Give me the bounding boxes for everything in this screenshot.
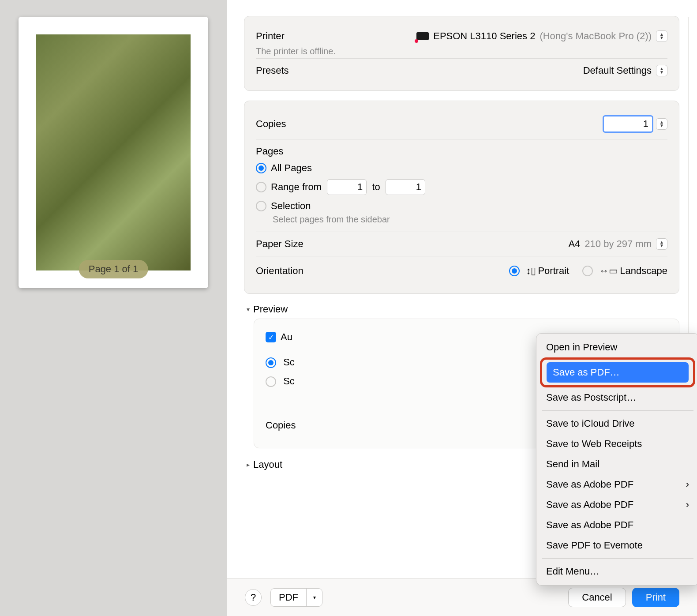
paper-size-dims: 210 by 297 mm <box>585 238 652 250</box>
page-indicator: Page 1 of 1 <box>79 260 148 278</box>
all-pages-label: All Pages <box>271 162 312 174</box>
preview-section-header[interactable]: ▾ Preview <box>247 304 679 315</box>
menu-save-to-icloud[interactable]: Save to iCloud Drive <box>540 413 695 434</box>
preview-photo <box>36 34 191 270</box>
range-from-input[interactable] <box>327 179 367 195</box>
orientation-portrait[interactable]: ↕▯ Portrait <box>509 263 569 279</box>
scale-radio-b[interactable] <box>266 376 276 387</box>
printer-icon <box>416 32 429 40</box>
menu-save-as-adobe-pdf-2[interactable]: Save as Adobe PDF <box>540 495 695 515</box>
printer-host: (Hong's MacBook Pro (2)) <box>540 30 652 42</box>
presets-stepper-icon[interactable]: ▲▼ <box>656 65 667 76</box>
page-options-card: Copies ▲▼ Pages All Pages Range from <box>244 101 679 294</box>
all-pages-radio[interactable] <box>256 163 266 173</box>
preview-sidebar: Page 1 of 1 <box>0 0 227 616</box>
presets-value: Default Settings <box>583 65 652 76</box>
copies-input[interactable] <box>603 115 653 133</box>
selection-radio[interactable] <box>256 201 266 211</box>
printer-presets-card: Printer EPSON L3110 Series 2 (Hong's Mac… <box>244 16 679 91</box>
menu-save-pdf-evernote[interactable]: Save PDF to Evernote <box>540 535 695 556</box>
printer-label: Printer <box>256 30 285 42</box>
landscape-icon: ↔▭ <box>599 265 618 277</box>
range-radio[interactable] <box>256 182 266 192</box>
paper-size-label: Paper Size <box>256 238 304 250</box>
range-to-label: to <box>372 181 380 193</box>
menu-save-as-adobe-pdf-1[interactable]: Save as Adobe PDF <box>540 474 695 495</box>
cancel-button[interactable]: Cancel <box>568 588 626 607</box>
menu-save-to-web-receipts[interactable]: Save to Web Receipts <box>540 434 695 454</box>
chevron-right-icon: ▸ <box>247 461 250 468</box>
paper-size-value: A4 <box>568 238 580 250</box>
menu-send-in-mail[interactable]: Send in Mail <box>540 454 695 474</box>
copies-per-label: Copies <box>266 420 296 431</box>
auto-rotate-checkbox[interactable]: ✓ <box>266 332 276 342</box>
presets-select[interactable]: Default Settings ▲▼ <box>583 65 667 76</box>
paper-size-select[interactable]: A4 210 by 297 mm ▲▼ <box>568 238 667 250</box>
chevron-down-icon: ▾ <box>247 306 250 313</box>
printer-name: EPSON L3110 Series 2 <box>433 30 535 42</box>
pdf-menu-button[interactable]: PDF ▾ <box>270 588 322 607</box>
menu-open-in-preview[interactable]: Open in Preview <box>540 337 695 357</box>
menu-save-as-postscript[interactable]: Save as Postscript… <box>540 387 695 408</box>
auto-rotate-label-partial: Au <box>281 331 292 343</box>
menu-save-as-adobe-pdf-3[interactable]: Save as Adobe PDF <box>540 515 695 535</box>
menu-edit-menu[interactable]: Edit Menu… <box>540 561 695 582</box>
presets-label: Presets <box>256 65 289 76</box>
orientation-label: Orientation <box>256 265 304 277</box>
orientation-landscape[interactable]: ↔▭ Landscape <box>582 263 667 279</box>
printer-status: The printer is offline. <box>256 46 667 56</box>
chevron-down-icon[interactable]: ▾ <box>306 589 322 606</box>
help-button[interactable]: ? <box>245 589 262 606</box>
menu-save-as-pdf[interactable]: Save as PDF… <box>540 357 695 387</box>
copies-label: Copies <box>256 118 286 130</box>
printer-stepper-icon[interactable]: ▲▼ <box>656 30 667 42</box>
range-to-input[interactable] <box>386 179 425 195</box>
scale-label-b-partial: Sc <box>283 376 295 387</box>
range-label: Range from <box>271 181 322 193</box>
selection-hint: Select pages from the sidebar <box>273 214 667 225</box>
print-button[interactable]: Print <box>632 588 679 607</box>
pdf-dropdown-menu: Open in Preview Save as PDF… Save as Pos… <box>536 333 697 586</box>
pages-label: Pages <box>256 141 667 160</box>
scale-radio-a[interactable] <box>266 357 276 368</box>
scale-label-a-partial: Sc <box>283 357 295 368</box>
paper-stepper-icon[interactable]: ▲▼ <box>656 238 667 250</box>
page-thumbnail[interactable]: Page 1 of 1 <box>19 17 208 288</box>
copies-stepper[interactable]: ▲▼ <box>656 118 667 130</box>
selection-label: Selection <box>271 200 311 212</box>
portrait-icon: ↕▯ <box>526 265 536 277</box>
printer-select[interactable]: EPSON L3110 Series 2 (Hong's MacBook Pro… <box>416 30 667 42</box>
